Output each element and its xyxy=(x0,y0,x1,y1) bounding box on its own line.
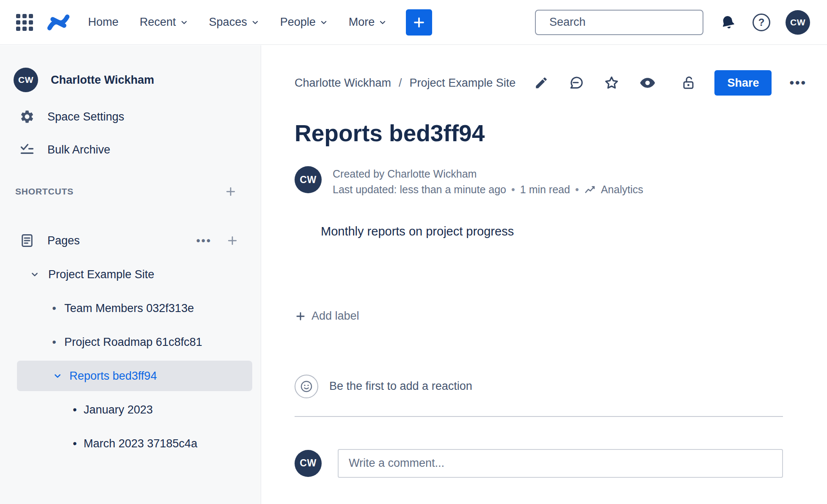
page-title: Reports bed3ff94 xyxy=(295,120,808,147)
plus-icon xyxy=(226,234,239,247)
analytics-chart-icon xyxy=(584,184,597,196)
tree-item-label: January 2023 xyxy=(83,403,153,416)
top-navigation: Home Recent Spaces People More ? CW xyxy=(0,0,827,45)
nav-item-label: Home xyxy=(88,16,119,29)
nav-item-label: Recent xyxy=(140,16,176,29)
analytics-link[interactable]: Analytics xyxy=(584,182,643,197)
analytics-label: Analytics xyxy=(601,182,643,197)
breadcrumb-page-link[interactable]: Project Example Site xyxy=(410,77,516,90)
confluence-logo-icon[interactable] xyxy=(47,12,69,33)
sidebar-item-label: Bulk Archive xyxy=(47,143,110,156)
dot-separator: • xyxy=(511,182,515,197)
chevron-down-icon xyxy=(251,19,259,26)
user-avatar[interactable]: CW xyxy=(786,10,810,35)
page-body-text: Monthly reports on project progress xyxy=(321,225,808,238)
tree-item-label: Reports bed3ff94 xyxy=(69,370,157,383)
star-icon[interactable] xyxy=(602,73,621,93)
author-avatar: CW xyxy=(295,166,322,193)
add-shortcut-button[interactable] xyxy=(223,184,239,200)
plus-icon xyxy=(224,185,237,198)
ellipsis-icon: ••• xyxy=(196,234,212,247)
chevron-down-icon xyxy=(320,19,328,26)
chevron-down-icon xyxy=(379,19,386,26)
tree-item-project-roadmap[interactable]: • Project Roadmap 61c8fc81 xyxy=(0,325,261,359)
help-icon[interactable]: ? xyxy=(753,14,770,31)
tree-item-team-members[interactable]: • Team Members 032f313e xyxy=(0,291,261,325)
shortcuts-section-header: SHORTCUTS xyxy=(0,181,261,202)
add-label-button[interactable]: Add label xyxy=(295,310,359,323)
breadcrumb: Charlotte Wickham / Project Example Site xyxy=(295,77,515,90)
chevron-down-icon xyxy=(30,270,39,279)
section-divider xyxy=(295,416,783,417)
create-button[interactable] xyxy=(406,9,432,36)
pages-section-header[interactable]: Pages ••• xyxy=(0,224,261,257)
pages-icon xyxy=(14,233,41,248)
page-actions: Share ••• xyxy=(532,70,808,96)
nav-item-spaces[interactable]: Spaces xyxy=(209,16,259,29)
tree-item-reports-selected[interactable]: Reports bed3ff94 xyxy=(17,361,252,391)
gear-icon xyxy=(14,109,41,124)
bullet-icon: • xyxy=(73,403,77,416)
tree-item-label: Project Roadmap 61c8fc81 xyxy=(64,336,202,349)
tree-item-label: Team Members 032f313e xyxy=(64,302,194,315)
plus-icon xyxy=(295,310,306,322)
topnav-right-group: ? CW xyxy=(535,10,810,35)
add-label-text: Add label xyxy=(312,310,359,323)
read-time-text: 1 min read xyxy=(520,182,570,197)
tree-item-label: March 2023 37185c4a xyxy=(83,437,197,450)
space-avatar: CW xyxy=(14,68,38,92)
nav-item-label: People xyxy=(280,16,316,29)
sidebar-space-header[interactable]: CW Charlotte Wickham xyxy=(0,60,261,100)
unlock-icon[interactable] xyxy=(680,74,698,92)
edit-pencil-icon[interactable] xyxy=(532,74,550,92)
created-by-text: Created by Charlotte Wickham xyxy=(333,166,643,182)
bullet-icon: • xyxy=(73,437,77,450)
nav-item-recent[interactable]: Recent xyxy=(140,16,188,29)
comment-row: CW xyxy=(295,449,783,478)
breadcrumb-space-link[interactable]: Charlotte Wickham xyxy=(295,77,391,90)
sidebar: CW Charlotte Wickham Space Settings Bulk… xyxy=(0,45,261,504)
watch-eye-icon[interactable] xyxy=(637,73,658,93)
add-page-button[interactable] xyxy=(224,233,240,249)
app-switcher-icon[interactable] xyxy=(16,14,33,31)
tree-item-january-2023[interactable]: • January 2023 xyxy=(0,393,261,427)
last-updated-text: Last updated: less than a minute ago xyxy=(333,182,506,197)
tree-item-march-2023[interactable]: • March 2023 37185c4a xyxy=(0,427,261,460)
pages-label: Pages xyxy=(47,234,80,247)
nav-item-label: More xyxy=(349,16,375,29)
comment-bubble-icon[interactable] xyxy=(566,73,586,93)
nav-item-people[interactable]: People xyxy=(280,16,328,29)
bullet-icon: • xyxy=(51,302,58,315)
sidebar-item-space-settings[interactable]: Space Settings xyxy=(0,100,261,133)
nav-item-label: Spaces xyxy=(209,16,247,29)
search-box[interactable] xyxy=(535,10,703,35)
shortcuts-title: SHORTCUTS xyxy=(15,186,74,197)
bulk-archive-icon xyxy=(14,142,41,157)
pages-more-button[interactable]: ••• xyxy=(195,233,213,249)
reaction-prompt-text: Be the first to add a reaction xyxy=(329,380,472,393)
reaction-row: Be the first to add a reaction xyxy=(295,375,808,398)
sidebar-item-bulk-archive[interactable]: Bulk Archive xyxy=(0,133,261,166)
notifications-bell-icon[interactable] xyxy=(719,13,737,32)
primary-nav: Home Recent Spaces People More xyxy=(88,16,386,29)
search-input[interactable] xyxy=(549,16,699,29)
space-name: Charlotte Wickham xyxy=(51,74,154,87)
add-reaction-button[interactable] xyxy=(295,375,318,398)
plus-icon xyxy=(413,16,425,29)
more-actions-icon[interactable]: ••• xyxy=(788,74,808,92)
chevron-down-icon xyxy=(180,19,188,26)
share-button[interactable]: Share xyxy=(714,70,772,96)
tree-item-project-example-site[interactable]: Project Example Site xyxy=(0,257,261,291)
smiley-icon xyxy=(300,380,313,393)
comment-input[interactable] xyxy=(338,449,783,478)
nav-item-home[interactable]: Home xyxy=(88,16,119,29)
chevron-down-icon xyxy=(53,372,62,380)
nav-item-more[interactable]: More xyxy=(349,16,387,29)
byline: CW Created by Charlotte Wickham Last upd… xyxy=(295,166,808,197)
page-content: Charlotte Wickham / Project Example Site… xyxy=(262,45,827,504)
tree-item-label: Project Example Site xyxy=(48,268,154,281)
bullet-icon: • xyxy=(51,336,58,349)
breadcrumb-separator: / xyxy=(399,77,402,90)
commenter-avatar: CW xyxy=(295,450,322,477)
dot-separator: • xyxy=(575,182,579,197)
